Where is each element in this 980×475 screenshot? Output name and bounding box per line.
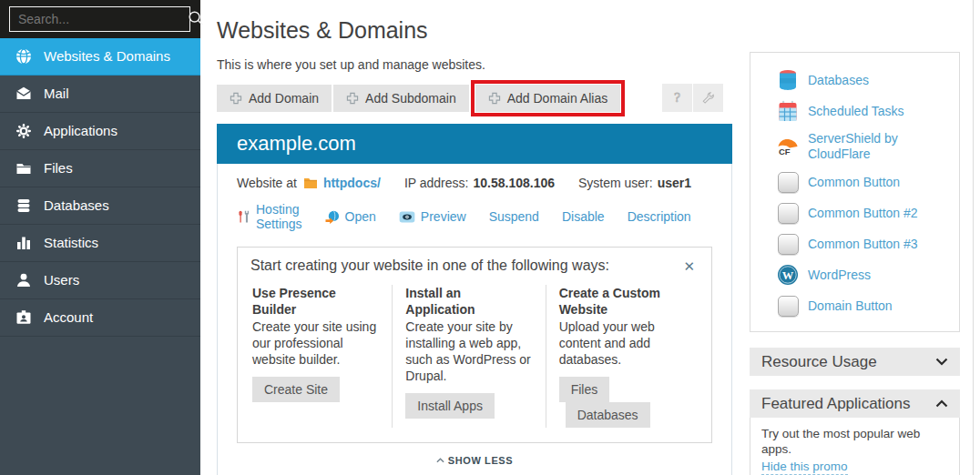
- page-title: Websites & Domains: [217, 17, 732, 44]
- shortcut-databases[interactable]: Databases: [777, 69, 952, 91]
- docroot-link[interactable]: httpdocs/: [323, 176, 381, 190]
- page-right-divider: [973, 0, 974, 475]
- disable-label: Disable: [562, 209, 605, 224]
- shortcut-label: Common Button #2: [808, 206, 918, 221]
- sidebar-item-files[interactable]: Files: [0, 150, 200, 187]
- id-card-icon: [15, 308, 33, 327]
- wordpress-icon: W: [777, 264, 799, 286]
- shortcut-scheduled-tasks[interactable]: Scheduled Tasks: [777, 100, 952, 122]
- promo-col-heading: Install an Application: [405, 285, 532, 318]
- shortcut-common-button-2[interactable]: Common Button #2: [777, 202, 952, 224]
- hosting-settings-link[interactable]: Hosting Settings: [237, 202, 302, 231]
- sidebar-item-statistics[interactable]: Statistics: [0, 225, 200, 262]
- preview-label: Preview: [421, 209, 466, 224]
- preview-link[interactable]: Preview: [399, 209, 466, 224]
- shortcut-label: WordPress: [808, 268, 871, 283]
- hide-promo-link[interactable]: Hide this promo: [761, 460, 848, 475]
- database-icon: [15, 197, 33, 215]
- shortcut-label: ServerShield by CloudFlare: [808, 131, 944, 162]
- shortcut-label: Common Button: [808, 175, 900, 190]
- add-domain-label: Add Domain: [249, 91, 319, 106]
- databases-button[interactable]: Databases: [566, 402, 650, 428]
- description-link[interactable]: Description: [628, 209, 691, 224]
- add-domain-button[interactable]: Add Domain: [217, 85, 332, 112]
- system-user-label: System user:: [578, 176, 653, 190]
- promo-col-install-app: Install an Application Create your site …: [392, 285, 545, 428]
- toolbar: Add Domain Add Subdomain Add Domain Alia…: [217, 84, 732, 112]
- promo-col-heading: Create a Custom Website: [559, 285, 686, 318]
- featured-applications-body: Try out the most popular web apps. Hide …: [750, 418, 960, 475]
- shortcut-common-button[interactable]: Common Button: [777, 171, 952, 193]
- show-less-label: SHOW LESS: [448, 455, 513, 466]
- globe-icon: [15, 47, 33, 66]
- bar-chart-icon: [15, 234, 33, 252]
- sidebar-item-account[interactable]: Account: [0, 299, 200, 337]
- featured-applications-header[interactable]: Featured Applications: [750, 389, 960, 418]
- suspend-link[interactable]: Suspend: [489, 209, 539, 224]
- promo-col-heading: Use Presence Builder: [252, 285, 379, 318]
- plus-icon: [230, 92, 242, 105]
- domain-name: example.com: [237, 132, 356, 155]
- featured-applications-title: Featured Applications: [761, 395, 911, 413]
- sidebar-search-bar: [0, 0, 200, 38]
- sidebar-item-label: Account: [44, 299, 93, 336]
- svg-text:CF: CF: [779, 147, 791, 157]
- toolbar-icon-buttons: ?: [661, 84, 723, 112]
- close-icon[interactable]: ✕: [679, 258, 699, 275]
- search-box: [9, 6, 190, 32]
- search-input[interactable]: [10, 12, 187, 26]
- sidebar-item-mail[interactable]: Mail: [0, 76, 200, 113]
- shortcuts-panel: Databases Scheduled Tasks CF ServerShiel…: [750, 52, 960, 332]
- add-domain-alias-label: Add Domain Alias: [507, 91, 608, 106]
- search-icon[interactable]: [187, 9, 207, 29]
- plus-icon: [346, 92, 359, 105]
- help-button[interactable]: ?: [662, 84, 692, 112]
- orange-folder-icon: [303, 177, 318, 189]
- blank-button-icon: [777, 202, 799, 224]
- user-icon: [15, 271, 33, 289]
- promo-col-presence-builder: Use Presence Builder Create your site us…: [250, 285, 392, 428]
- sidebar-item-label: Files: [44, 150, 73, 187]
- ip-value: 10.58.108.106: [473, 176, 555, 190]
- sidebar-item-websites-domains[interactable]: Websites & Domains: [0, 38, 200, 76]
- suspend-label: Suspend: [489, 209, 539, 224]
- add-domain-alias-button[interactable]: Add Domain Alias: [475, 85, 621, 112]
- domain-info-row: Website at httpdocs/ IP address: 10.58.1…: [237, 176, 712, 190]
- folder-icon: [15, 159, 33, 177]
- disable-link[interactable]: Disable: [562, 209, 605, 224]
- install-apps-button[interactable]: Install Apps: [405, 393, 495, 419]
- featured-promo-text: Try out the most popular web apps.: [761, 426, 948, 457]
- sidebar-nav: Websites & Domains Mail Applications Fil…: [0, 38, 200, 337]
- sidebar-item-label: Websites & Domains: [44, 38, 170, 75]
- plus-icon: [488, 92, 501, 105]
- gear-icon: [15, 122, 33, 140]
- shortcut-wordpress[interactable]: W WordPress: [777, 264, 952, 286]
- resource-usage-title: Resource Usage: [761, 353, 877, 371]
- domain-card-header: example.com: [217, 124, 732, 164]
- promo-col-text: Upload your web content and add database…: [559, 318, 686, 368]
- shortcut-common-button-3[interactable]: Common Button #3: [777, 233, 952, 255]
- sidebar-item-databases[interactable]: Databases: [0, 187, 200, 225]
- sidebar: Websites & Domains Mail Applications Fil…: [0, 0, 200, 475]
- main-content: Websites & Domains This is where you set…: [217, 0, 732, 475]
- create-site-button[interactable]: Create Site: [252, 377, 340, 402]
- show-less-toggle[interactable]: SHOW LESS: [237, 455, 712, 466]
- sidebar-item-label: Statistics: [44, 225, 98, 261]
- mail-icon: [15, 85, 33, 103]
- add-subdomain-button[interactable]: Add Subdomain: [333, 85, 469, 112]
- shortcut-servershield[interactable]: CF ServerShield by CloudFlare: [777, 131, 952, 162]
- shortcut-domain-button[interactable]: Domain Button: [777, 295, 952, 317]
- settings-wrench-button[interactable]: [693, 84, 723, 112]
- svg-text:?: ?: [674, 91, 680, 105]
- files-button[interactable]: Files: [559, 377, 610, 402]
- open-link[interactable]: Open: [325, 209, 376, 224]
- resource-usage-header[interactable]: Resource Usage: [750, 348, 960, 376]
- sidebar-item-applications[interactable]: Applications: [0, 113, 200, 150]
- sidebar-item-users[interactable]: Users: [0, 262, 200, 299]
- promo-col-text: Create your site by installing a web app…: [405, 318, 532, 384]
- shortcut-label: Domain Button: [808, 298, 893, 314]
- chevron-up-icon: [935, 399, 948, 408]
- domain-card-body: Website at httpdocs/ IP address: 10.58.1…: [217, 164, 732, 475]
- domain-actions-row: Hosting Settings Open Preview: [237, 202, 712, 231]
- sidebar-item-label: Databases: [44, 187, 109, 224]
